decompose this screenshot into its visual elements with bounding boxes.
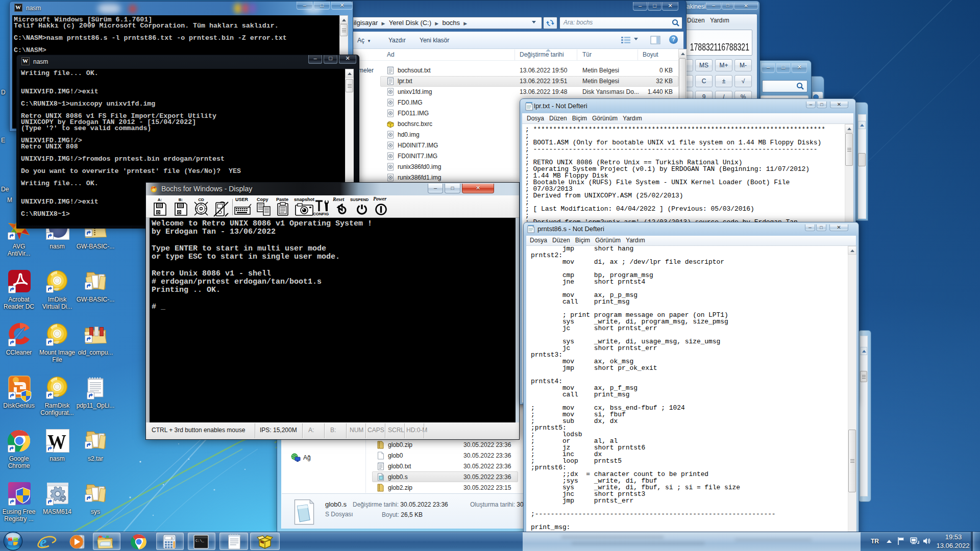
svg-text:C:\_: C:\_ <box>195 539 205 543</box>
